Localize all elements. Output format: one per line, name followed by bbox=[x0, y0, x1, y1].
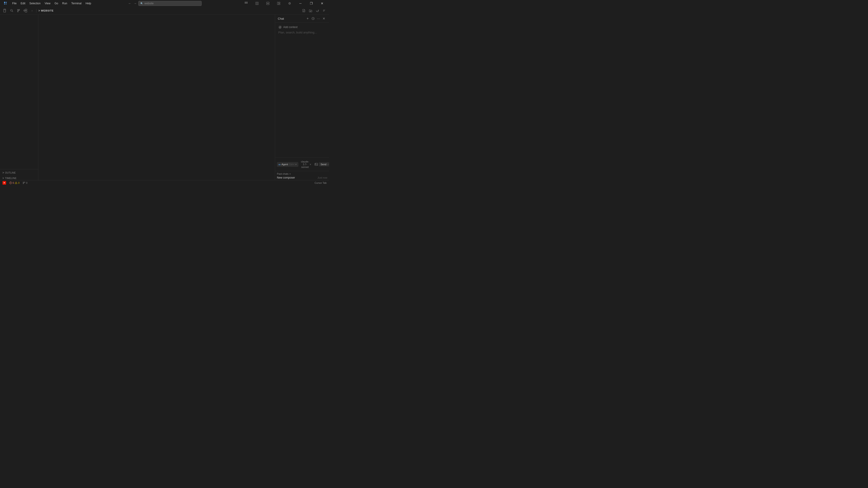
search-placeholder: website bbox=[145, 2, 154, 5]
send-button[interactable]: Send ↵ bbox=[319, 162, 329, 166]
agent-chevron-icon: ∨ bbox=[295, 163, 297, 165]
agent-label: Agent bbox=[281, 163, 288, 166]
more-btn[interactable]: › bbox=[29, 8, 35, 13]
outline-tab[interactable]: OUTLINE bbox=[0, 171, 18, 175]
svg-rect-9 bbox=[247, 3, 248, 3]
svg-rect-7 bbox=[245, 3, 246, 3]
model-label: claude-3.7-sonnet bbox=[301, 160, 309, 169]
error-icon bbox=[9, 182, 12, 184]
chat-more-button[interactable]: ··· bbox=[316, 16, 321, 21]
agent-shortcut: Ctrl+I bbox=[289, 163, 294, 166]
close-button[interactable]: ✕ bbox=[317, 0, 327, 7]
svg-rect-5 bbox=[246, 2, 247, 2]
just-now-label: Just now bbox=[318, 176, 327, 179]
explorer-label bbox=[38, 9, 40, 12]
svg-rect-4 bbox=[245, 2, 246, 2]
svg-rect-13 bbox=[267, 4, 269, 5]
extensions-btn[interactable] bbox=[22, 8, 29, 13]
refresh-btn[interactable] bbox=[314, 8, 320, 13]
timeline-tab-row: TIMELINE bbox=[0, 175, 38, 180]
layout3-button[interactable] bbox=[274, 0, 284, 7]
cursor-tab-item[interactable]: Cursor Tab bbox=[313, 182, 328, 184]
more-icon: ··· bbox=[317, 17, 320, 20]
warning-icon bbox=[15, 182, 18, 184]
send-shortcut-icon: ↵ bbox=[327, 163, 329, 166]
chat-input-area[interactable]: Plan, search, build anything... bbox=[277, 30, 327, 156]
svg-rect-14 bbox=[277, 2, 278, 5]
sidebar-bottom: OUTLINE TIMELINE bbox=[0, 169, 38, 180]
menu-view[interactable]: View bbox=[43, 1, 52, 6]
gear-icon: ⚙ bbox=[288, 2, 291, 5]
search-icon-btn[interactable] bbox=[8, 8, 15, 13]
menu-edit[interactable]: Edit bbox=[19, 1, 27, 6]
menu-help[interactable]: Help bbox=[84, 1, 93, 6]
title-bar: File Edit Selection View Go Run Terminal… bbox=[0, 0, 329, 7]
git-count: 0 bbox=[26, 182, 27, 184]
title-bar-center: ← → 🔍 Chat website bbox=[127, 1, 202, 6]
menu-run[interactable]: Run bbox=[60, 1, 69, 6]
layout-button[interactable] bbox=[252, 0, 262, 7]
settings-button[interactable] bbox=[241, 0, 251, 7]
svg-rect-3 bbox=[6, 3, 7, 4]
app-icon bbox=[2, 0, 9, 6]
outline-label: OUTLINE bbox=[5, 171, 16, 174]
past-chats-section: Past chats ∨ New composer Just now bbox=[275, 171, 329, 180]
minimize-icon: ─ bbox=[299, 2, 302, 5]
git-item[interactable]: 0 bbox=[22, 180, 29, 185]
image-attach-button[interactable] bbox=[315, 162, 318, 167]
svg-line-20 bbox=[12, 11, 13, 12]
svg-rect-26 bbox=[25, 11, 27, 12]
add-context-button[interactable]: @ Add context bbox=[277, 24, 299, 30]
menu-terminal[interactable]: Terminal bbox=[69, 1, 83, 6]
chat-panel: Chat + ··· ✕ bbox=[275, 15, 329, 180]
global-search-bar[interactable]: 🔍 Chat website bbox=[138, 1, 202, 6]
new-chat-button[interactable]: + bbox=[305, 16, 310, 21]
svg-point-21 bbox=[18, 9, 18, 10]
svg-rect-24 bbox=[24, 10, 25, 11]
at-sign-icon: @ bbox=[278, 25, 282, 29]
minimize-button[interactable]: ─ bbox=[295, 0, 306, 7]
new-folder-btn[interactable] bbox=[307, 8, 314, 13]
svg-rect-15 bbox=[279, 2, 280, 3]
explorer-icon-btn[interactable] bbox=[2, 8, 8, 13]
x-badge: ✕ bbox=[2, 181, 6, 185]
past-chats-chevron-icon: ∨ bbox=[289, 173, 291, 175]
gear-button[interactable]: ⚙ bbox=[284, 0, 295, 7]
source-control-btn[interactable] bbox=[16, 8, 22, 13]
chat-footer: ∞ Agent Ctrl+I ∨ claude-3.7-sonnet ∨ bbox=[275, 157, 329, 171]
svg-rect-18 bbox=[4, 9, 6, 10]
warning-count: 0 bbox=[18, 182, 20, 184]
past-chats-row[interactable]: Past chats ∨ bbox=[275, 171, 329, 176]
toolbar: › WEBSITE bbox=[0, 7, 329, 15]
agent-button[interactable]: ∞ Agent Ctrl+I ∨ bbox=[277, 162, 298, 167]
svg-point-39 bbox=[24, 182, 25, 182]
chat-close-button[interactable]: ✕ bbox=[321, 16, 327, 21]
errors-item[interactable]: 0 0 bbox=[8, 180, 21, 185]
add-context-label: Add context bbox=[283, 26, 298, 29]
search-icon: 🔍 bbox=[141, 2, 143, 5]
svg-rect-2 bbox=[4, 3, 5, 4]
menu-file[interactable]: File bbox=[10, 1, 18, 6]
chat-body: @ Add context Plan, search, build anythi… bbox=[275, 23, 329, 157]
outline-chevron-right bbox=[2, 171, 4, 174]
x-badge-item[interactable]: ✕ bbox=[1, 180, 7, 185]
sidebar: OUTLINE TIMELINE bbox=[0, 15, 38, 180]
model-select-button[interactable]: claude-3.7-sonnet ∨ bbox=[299, 160, 313, 169]
timeline-chevron-right bbox=[2, 177, 4, 180]
chat-close-icon: ✕ bbox=[322, 17, 325, 20]
chat-history-button[interactable] bbox=[311, 16, 315, 21]
menu-go[interactable]: Go bbox=[53, 1, 60, 6]
menu-bar: File Edit Selection View Go Run Terminal… bbox=[0, 0, 95, 7]
layout2-button[interactable] bbox=[263, 0, 273, 7]
website-label: WEBSITE bbox=[41, 9, 54, 12]
new-file-btn[interactable] bbox=[301, 8, 307, 13]
chat-header-actions: + ··· ✕ bbox=[305, 16, 327, 21]
timeline-tab[interactable]: TIMELINE bbox=[0, 176, 19, 180]
sidebar-content bbox=[0, 15, 38, 169]
nav-forward-button[interactable]: → bbox=[133, 1, 137, 6]
error-count: 0 bbox=[13, 182, 14, 184]
restore-button[interactable]: ❐ bbox=[306, 0, 316, 7]
collapse-btn[interactable] bbox=[321, 8, 327, 13]
menu-selection[interactable]: Selection bbox=[28, 1, 42, 6]
nav-back-button[interactable]: ← bbox=[127, 1, 132, 6]
